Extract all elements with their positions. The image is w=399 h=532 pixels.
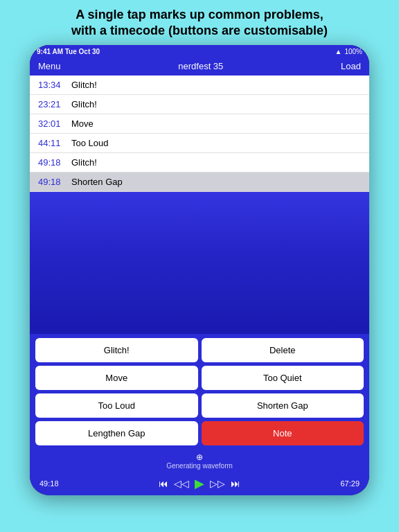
caption-line1: A single tap marks up common problems, [76,8,323,21]
log-time: 23:21 [38,99,66,109]
shorten-gap-button[interactable]: Shorten Gap [202,393,364,418]
wifi-icon: ▲ [335,48,342,55]
skip-forward-button[interactable]: ⏭ [231,478,240,489]
log-item[interactable]: 49:18Glitch! [30,153,369,172]
delete-button[interactable]: Delete [202,338,364,362]
log-item[interactable]: 44:11Too Loud [30,134,369,153]
log-item[interactable]: 49:18Shorten Gap [30,172,369,192]
battery-icon: 100% [344,48,362,55]
log-label: Glitch! [71,157,97,168]
log-time: 49:18 [38,157,66,168]
log-label: Shorten Gap [71,177,123,187]
play-button[interactable]: ▶ [195,476,204,491]
log-label: Move [71,118,94,129]
transport-controls: ⏮ ◁◁ ▶ ▷▷ ⏭ [159,476,240,491]
nav-load-button[interactable]: Load [341,61,361,71]
spinner-icon: ⊕ [196,452,203,462]
log-time: 32:01 [38,118,66,129]
caption-line2: with a timecode (buttons are customisabl… [71,24,328,37]
too-loud-button[interactable]: Too Loud [35,393,198,418]
log-item[interactable]: 13:34Glitch! [30,76,369,95]
nav-bar: Menu nerdfest 35 Load [30,58,369,76]
buttons-grid: Glitch!DeleteMoveToo QuietToo LoudShorte… [30,334,369,450]
log-item[interactable]: 32:01Move [30,114,369,134]
glitch--button[interactable]: Glitch! [35,338,198,362]
nav-menu-button[interactable]: Menu [38,61,61,71]
log-time: 44:11 [38,138,66,148]
move-button[interactable]: Move [35,366,198,390]
log-time: 13:34 [38,80,66,90]
note-button[interactable]: Note [202,421,364,445]
log-item[interactable]: 23:21Glitch! [30,95,369,114]
forward-button[interactable]: ▷▷ [210,478,225,489]
status-bar: 9:41 AM Tue Oct 30 ▲ 100% [30,45,369,58]
skip-back-button[interactable]: ⏮ [159,478,168,489]
too-quiet-button[interactable]: Too Quiet [202,366,364,390]
log-label: Too Loud [71,138,109,148]
nav-title: nerdfest 35 [178,61,223,71]
status-right: ▲ 100% [335,48,362,55]
transport-time-end: 67:29 [340,479,360,488]
waveform-bar: ⊕ Generating waveform [30,450,369,473]
log-list: 13:34Glitch!23:21Glitch!32:01Move44:11To… [30,76,369,192]
generating-text: Generating waveform [166,462,233,470]
transport-bar: 49:18 ⏮ ◁◁ ▶ ▷▷ ⏭ 67:29 [30,473,369,495]
log-time: 49:18 [38,177,66,187]
transport-time-start: 49:18 [39,479,59,488]
caption: A single tap marks up common problems, w… [57,0,342,45]
lengthen-gap-button[interactable]: Lengthen Gap [35,421,198,445]
main-area [30,192,369,334]
log-label: Glitch! [71,80,97,90]
device-frame: 9:41 AM Tue Oct 30 ▲ 100% Menu nerdfest … [30,45,369,495]
log-label: Glitch! [71,99,97,109]
status-time: 9:41 AM Tue Oct 30 [37,48,100,55]
rewind-button[interactable]: ◁◁ [174,478,189,489]
